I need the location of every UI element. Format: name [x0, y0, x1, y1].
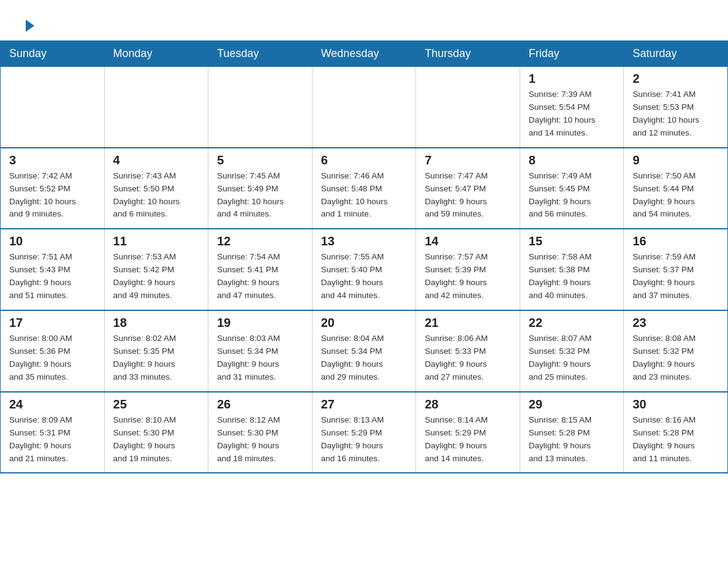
logo-triangle-icon	[26, 20, 34, 32]
day-of-week-header: Sunday	[1, 41, 105, 67]
day-info: Sunrise: 7:53 AMSunset: 5:42 PMDaylight:…	[113, 251, 200, 302]
day-number: 29	[529, 397, 615, 412]
calendar-day-cell: 17Sunrise: 8:00 AMSunset: 5:36 PMDayligh…	[1, 310, 105, 392]
calendar-header-row: SundayMondayTuesdayWednesdayThursdayFrid…	[1, 41, 728, 67]
day-of-week-header: Monday	[104, 41, 208, 67]
day-info: Sunrise: 8:00 AMSunset: 5:36 PMDaylight:…	[9, 332, 96, 384]
calendar-day-cell	[104, 67, 208, 148]
calendar-week-row: 24Sunrise: 8:09 AMSunset: 5:31 PMDayligh…	[1, 392, 728, 473]
calendar-day-cell: 30Sunrise: 8:16 AMSunset: 5:28 PMDayligh…	[624, 392, 728, 473]
day-info: Sunrise: 8:03 AMSunset: 5:34 PMDaylight:…	[217, 332, 303, 384]
calendar-day-cell	[1, 67, 105, 148]
day-info: Sunrise: 8:14 AMSunset: 5:29 PMDaylight:…	[425, 414, 511, 465]
day-number: 3	[9, 153, 96, 167]
day-info: Sunrise: 7:39 AMSunset: 5:54 PMDaylight:…	[529, 88, 615, 140]
day-info: Sunrise: 7:58 AMSunset: 5:38 PMDaylight:…	[529, 251, 615, 302]
calendar-day-cell: 15Sunrise: 7:58 AMSunset: 5:38 PMDayligh…	[520, 229, 624, 310]
calendar-day-cell: 16Sunrise: 7:59 AMSunset: 5:37 PMDayligh…	[624, 229, 728, 310]
calendar-week-row: 17Sunrise: 8:00 AMSunset: 5:36 PMDayligh…	[1, 310, 728, 392]
calendar-day-cell	[312, 67, 416, 148]
calendar-day-cell: 21Sunrise: 8:06 AMSunset: 5:33 PMDayligh…	[416, 310, 520, 392]
logo	[25, 17, 34, 31]
day-number: 1	[529, 72, 615, 86]
day-info: Sunrise: 8:12 AMSunset: 5:30 PMDaylight:…	[217, 414, 303, 465]
day-number: 22	[529, 316, 615, 330]
calendar-day-cell: 28Sunrise: 8:14 AMSunset: 5:29 PMDayligh…	[416, 392, 520, 473]
day-of-week-header: Friday	[520, 41, 624, 67]
day-info: Sunrise: 7:55 AMSunset: 5:40 PMDaylight:…	[321, 251, 408, 302]
day-info: Sunrise: 7:51 AMSunset: 5:43 PMDaylight:…	[9, 251, 96, 302]
calendar-week-row: 3Sunrise: 7:42 AMSunset: 5:52 PMDaylight…	[1, 148, 728, 229]
calendar-day-cell: 29Sunrise: 8:15 AMSunset: 5:28 PMDayligh…	[520, 392, 624, 473]
day-number: 18	[113, 316, 200, 330]
calendar-day-cell: 2Sunrise: 7:41 AMSunset: 5:53 PMDaylight…	[624, 67, 728, 148]
calendar-day-cell: 13Sunrise: 7:55 AMSunset: 5:40 PMDayligh…	[312, 229, 416, 310]
day-number: 5	[217, 153, 303, 167]
day-info: Sunrise: 7:42 AMSunset: 5:52 PMDaylight:…	[9, 170, 96, 221]
day-number: 30	[632, 397, 719, 412]
calendar-day-cell: 20Sunrise: 8:04 AMSunset: 5:34 PMDayligh…	[312, 310, 416, 392]
day-number: 23	[632, 316, 719, 330]
calendar-day-cell: 23Sunrise: 8:08 AMSunset: 5:32 PMDayligh…	[624, 310, 728, 392]
day-number: 17	[9, 316, 96, 330]
day-number: 4	[113, 153, 200, 167]
day-number: 15	[529, 234, 615, 248]
day-info: Sunrise: 7:59 AMSunset: 5:37 PMDaylight:…	[632, 251, 719, 302]
calendar-day-cell: 7Sunrise: 7:47 AMSunset: 5:47 PMDaylight…	[416, 148, 520, 229]
calendar-day-cell: 6Sunrise: 7:46 AMSunset: 5:48 PMDaylight…	[312, 148, 416, 229]
calendar-day-cell: 19Sunrise: 8:03 AMSunset: 5:34 PMDayligh…	[208, 310, 313, 392]
calendar-day-cell: 18Sunrise: 8:02 AMSunset: 5:35 PMDayligh…	[104, 310, 208, 392]
day-number: 14	[425, 234, 511, 248]
day-number: 21	[425, 316, 511, 330]
calendar-week-row: 1Sunrise: 7:39 AMSunset: 5:54 PMDaylight…	[1, 67, 728, 148]
day-info: Sunrise: 7:47 AMSunset: 5:47 PMDaylight:…	[425, 170, 511, 221]
day-info: Sunrise: 8:10 AMSunset: 5:30 PMDaylight:…	[113, 414, 200, 465]
calendar-day-cell	[208, 67, 313, 148]
calendar-day-cell: 22Sunrise: 8:07 AMSunset: 5:32 PMDayligh…	[520, 310, 624, 392]
calendar-week-row: 10Sunrise: 7:51 AMSunset: 5:43 PMDayligh…	[1, 229, 728, 310]
day-info: Sunrise: 7:50 AMSunset: 5:44 PMDaylight:…	[632, 170, 719, 221]
day-info: Sunrise: 8:02 AMSunset: 5:35 PMDaylight:…	[113, 332, 200, 384]
day-info: Sunrise: 7:49 AMSunset: 5:45 PMDaylight:…	[529, 170, 615, 221]
day-number: 27	[321, 397, 408, 412]
day-number: 8	[529, 153, 615, 167]
calendar-day-cell: 9Sunrise: 7:50 AMSunset: 5:44 PMDaylight…	[624, 148, 728, 229]
day-info: Sunrise: 8:15 AMSunset: 5:28 PMDaylight:…	[529, 414, 615, 465]
calendar-day-cell: 27Sunrise: 8:13 AMSunset: 5:29 PMDayligh…	[312, 392, 416, 473]
day-info: Sunrise: 8:13 AMSunset: 5:29 PMDaylight:…	[321, 414, 408, 465]
day-info: Sunrise: 7:43 AMSunset: 5:50 PMDaylight:…	[113, 170, 200, 221]
day-number: 24	[9, 397, 96, 412]
day-info: Sunrise: 8:16 AMSunset: 5:28 PMDaylight:…	[632, 414, 719, 465]
day-number: 10	[9, 234, 96, 248]
calendar-day-cell: 1Sunrise: 7:39 AMSunset: 5:54 PMDaylight…	[520, 67, 624, 148]
calendar-day-cell: 10Sunrise: 7:51 AMSunset: 5:43 PMDayligh…	[1, 229, 105, 310]
day-number: 28	[425, 397, 511, 412]
calendar-day-cell: 8Sunrise: 7:49 AMSunset: 5:45 PMDaylight…	[520, 148, 624, 229]
day-number: 12	[217, 234, 303, 248]
day-number: 20	[321, 316, 408, 330]
day-info: Sunrise: 8:09 AMSunset: 5:31 PMDaylight:…	[9, 414, 96, 465]
day-of-week-header: Thursday	[416, 41, 520, 67]
day-info: Sunrise: 7:46 AMSunset: 5:48 PMDaylight:…	[321, 170, 408, 221]
calendar-day-cell: 4Sunrise: 7:43 AMSunset: 5:50 PMDaylight…	[104, 148, 208, 229]
calendar-day-cell: 26Sunrise: 8:12 AMSunset: 5:30 PMDayligh…	[208, 392, 313, 473]
day-of-week-header: Tuesday	[208, 41, 313, 67]
day-info: Sunrise: 7:54 AMSunset: 5:41 PMDaylight:…	[217, 251, 303, 302]
day-info: Sunrise: 7:45 AMSunset: 5:49 PMDaylight:…	[217, 170, 303, 221]
day-number: 2	[632, 72, 719, 86]
calendar-day-cell	[416, 67, 520, 148]
day-number: 26	[217, 397, 303, 412]
day-number: 11	[113, 234, 200, 248]
calendar-day-cell: 24Sunrise: 8:09 AMSunset: 5:31 PMDayligh…	[1, 392, 105, 473]
calendar-day-cell: 11Sunrise: 7:53 AMSunset: 5:42 PMDayligh…	[104, 229, 208, 310]
day-of-week-header: Wednesday	[312, 41, 416, 67]
calendar-day-cell: 5Sunrise: 7:45 AMSunset: 5:49 PMDaylight…	[208, 148, 313, 229]
day-info: Sunrise: 7:41 AMSunset: 5:53 PMDaylight:…	[632, 88, 719, 140]
day-number: 16	[632, 234, 719, 248]
calendar-day-cell: 12Sunrise: 7:54 AMSunset: 5:41 PMDayligh…	[208, 229, 313, 310]
day-number: 25	[113, 397, 200, 412]
calendar-day-cell: 25Sunrise: 8:10 AMSunset: 5:30 PMDayligh…	[104, 392, 208, 473]
page-header	[0, 0, 728, 40]
day-info: Sunrise: 8:06 AMSunset: 5:33 PMDaylight:…	[425, 332, 511, 384]
calendar-day-cell: 14Sunrise: 7:57 AMSunset: 5:39 PMDayligh…	[416, 229, 520, 310]
